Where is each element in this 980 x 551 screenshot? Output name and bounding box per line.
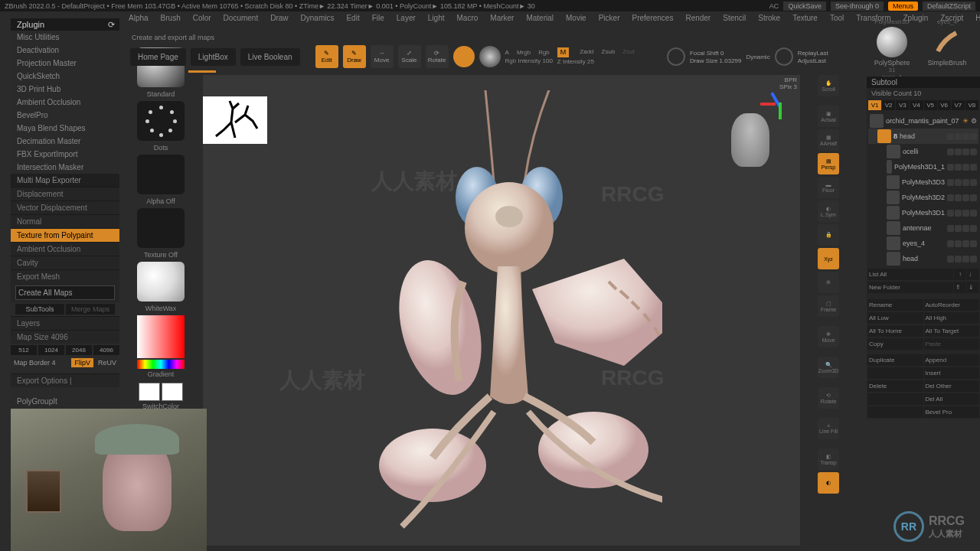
- size-4096[interactable]: 4096: [93, 345, 119, 355]
- swatch-main[interactable]: [139, 383, 160, 401]
- view-tab-5[interactable]: V5: [924, 100, 937, 110]
- plugin-misc[interactable]: Misc Utilities: [11, 31, 119, 44]
- menu-macro[interactable]: Macro: [451, 12, 485, 24]
- duplicate-btn[interactable]: Duplicate: [867, 354, 923, 366]
- map-border[interactable]: Map Border 4: [11, 359, 70, 367]
- menu-texture[interactable]: Texture: [786, 12, 824, 24]
- plugin-decimation[interactable]: Decimation Master: [11, 135, 119, 148]
- rotate-mode-icon[interactable]: ⟳Rotate: [426, 45, 449, 68]
- menu-marker[interactable]: Marker: [484, 12, 520, 24]
- allhigh-btn[interactable]: All High: [924, 312, 980, 324]
- opt-texture[interactable]: Texture from Polypaint: [11, 228, 119, 242]
- tab-lightbox[interactable]: LightBox: [191, 48, 236, 66]
- reuv-btn[interactable]: ReUV: [95, 358, 119, 367]
- list-all-btn[interactable]: List All: [867, 269, 953, 280]
- menu-dynamics[interactable]: Dynamics: [295, 12, 341, 24]
- menu-movie[interactable]: Movie: [560, 12, 593, 24]
- menu-color[interactable]: Color: [187, 12, 217, 24]
- plugin-deactivation[interactable]: Deactivation: [11, 44, 119, 57]
- opt-cavity[interactable]: Cavity: [11, 256, 119, 269]
- move-mode-icon[interactable]: ↔Move: [371, 45, 394, 68]
- view-tab-8[interactable]: V8: [965, 100, 978, 110]
- axis-gizmo-icon[interactable]: [760, 92, 791, 122]
- polysphere-icon[interactable]: [877, 27, 907, 57]
- create-maps-button[interactable]: [15, 285, 115, 300]
- transp-icon[interactable]: ◧Transp: [818, 448, 839, 470]
- plugin-3dprint[interactable]: 3D Print Hub: [11, 83, 119, 96]
- close-icon[interactable]: ⟳: [108, 20, 115, 30]
- opt-exportmesh[interactable]: Export Mesh: [11, 269, 119, 283]
- size-1024[interactable]: 1024: [38, 345, 64, 355]
- draw-mode-icon[interactable]: ✎Draw: [343, 45, 366, 68]
- alpha-slot-icon[interactable]: [137, 155, 185, 194]
- alllow-btn[interactable]: All Low: [867, 312, 923, 324]
- export-options[interactable]: Export Options |: [11, 373, 119, 387]
- edit-mode-icon[interactable]: ✎Edit: [315, 45, 338, 68]
- frame-icon[interactable]: ▢Frame: [818, 295, 839, 317]
- layers-btn[interactable]: Layers: [11, 316, 119, 330]
- delother-btn[interactable]: Del Other: [924, 380, 980, 392]
- plugin-fbx[interactable]: FBX ExportImport: [11, 148, 119, 161]
- z-intensity-slider[interactable]: Z Intensity 25: [557, 57, 635, 66]
- menu-light[interactable]: Light: [422, 12, 451, 24]
- aahalf-icon[interactable]: ▦AAHalf: [818, 129, 839, 151]
- view-tab-7[interactable]: V7: [952, 100, 965, 110]
- dynamic-toggle[interactable]: Dynamic: [746, 54, 770, 60]
- subtools-btn[interactable]: SubTools: [15, 304, 64, 315]
- view-tab-4[interactable]: V4: [910, 100, 923, 110]
- gradient-label[interactable]: Gradient: [134, 369, 188, 380]
- merge-btn[interactable]: Merge Maps: [66, 304, 115, 315]
- plugin-multimap[interactable]: Multi Map Exporter: [11, 174, 119, 187]
- scale-mode-icon[interactable]: ⤢Scale: [398, 45, 421, 68]
- delall-btn[interactable]: Del All: [924, 393, 980, 405]
- tab-liveboolean[interactable]: Live Boolean: [240, 48, 300, 66]
- subtool-title[interactable]: Subtool: [867, 77, 980, 88]
- plugin-ambient[interactable]: Ambient Occlusion: [11, 96, 119, 109]
- copy-btn[interactable]: Copy: [867, 338, 923, 350]
- target-icon[interactable]: ⊕: [818, 272, 839, 293]
- color-picker[interactable]: [137, 315, 185, 358]
- reference-thumbnail[interactable]: [203, 96, 267, 144]
- plugin-intersection[interactable]: Intersection Masker: [11, 161, 119, 174]
- default-zscript-button[interactable]: DefaultZScript: [923, 2, 975, 11]
- menu-document[interactable]: Document: [217, 12, 265, 24]
- plugin-bevelpro[interactable]: BevelPro: [11, 109, 119, 122]
- append-btn[interactable]: Append: [924, 354, 980, 366]
- menu-tool[interactable]: Tool: [824, 12, 850, 24]
- texture-slot-icon[interactable]: [137, 208, 185, 248]
- sculptris-icon[interactable]: [479, 46, 501, 67]
- spix-slider[interactable]: SPix 3: [779, 83, 797, 90]
- quicksave-button[interactable]: QuickSave: [783, 2, 826, 11]
- menu-alpha[interactable]: Alpha: [122, 12, 155, 24]
- paste-btn[interactable]: Paste: [924, 338, 980, 350]
- move-up-icon[interactable]: ⇑: [954, 282, 966, 293]
- opt-normal[interactable]: Normal: [11, 214, 119, 228]
- rotate-view-icon[interactable]: ⟲Rotate: [818, 387, 839, 409]
- hue-strip[interactable]: [137, 360, 185, 369]
- menu-stroke[interactable]: Stroke: [752, 12, 786, 24]
- plugin-maya[interactable]: Maya Blend Shapes: [11, 122, 119, 135]
- alltotarget-btn[interactable]: All To Target: [924, 325, 980, 337]
- size-512[interactable]: 512: [11, 345, 37, 355]
- mapsize-label[interactable]: Map Size 4096: [11, 330, 119, 344]
- plugin-polygroupit[interactable]: PolyGroupIt: [11, 395, 119, 408]
- menu-brush[interactable]: Brush: [155, 12, 187, 24]
- insert-btn[interactable]: Insert: [924, 367, 980, 379]
- menu-material[interactable]: Material: [520, 12, 560, 24]
- plugin-quicksketch[interactable]: QuickSketch: [11, 70, 119, 83]
- zoom3d-icon[interactable]: 🔍Zoom3D: [818, 357, 839, 378]
- focal-shift-slider[interactable]: Focal Shift 0: [690, 50, 742, 57]
- ghost-icon[interactable]: ◐: [818, 472, 839, 494]
- opt-displacement[interactable]: Displacement: [11, 187, 119, 201]
- swatch-alt[interactable]: [162, 383, 183, 401]
- menu-stencil[interactable]: Stencil: [717, 12, 752, 24]
- plugin-projection[interactable]: Projection Master: [11, 57, 119, 70]
- menu-file[interactable]: File: [366, 12, 390, 24]
- view-tab-6[interactable]: V6: [938, 100, 951, 110]
- view-tab-3[interactable]: V3: [896, 100, 909, 110]
- rgb-intensity-slider[interactable]: Rgb Intensity 100: [505, 57, 553, 65]
- size-2048[interactable]: 2048: [66, 345, 92, 355]
- lock-icon[interactable]: 🔒: [818, 224, 839, 246]
- 3d-viewport[interactable]: BPR SPix 3: [203, 75, 800, 546]
- alltohome-btn[interactable]: All To Home: [867, 325, 923, 337]
